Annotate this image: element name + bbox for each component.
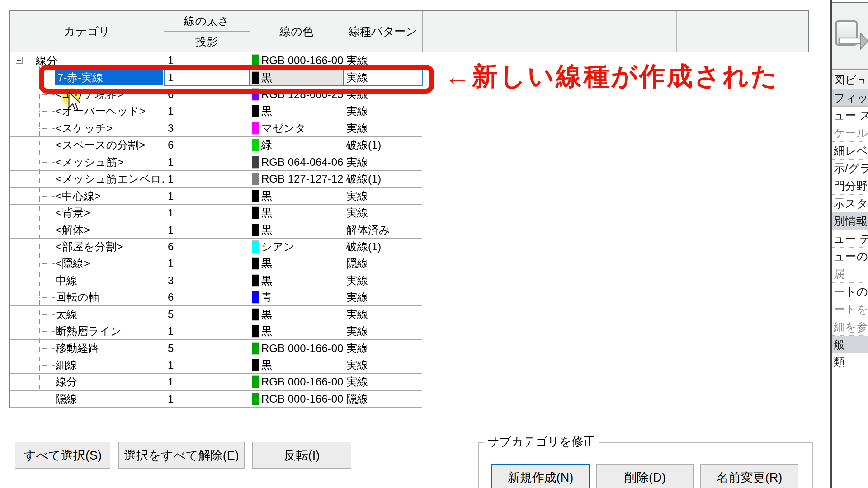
category-cell[interactable]: 線分 bbox=[10, 52, 164, 69]
line-pattern-cell[interactable]: 実線 bbox=[344, 154, 423, 170]
line-pattern-cell[interactable]: 実線 bbox=[344, 103, 423, 119]
category-cell[interactable]: <メッシュ筋エンベロ... bbox=[10, 171, 164, 187]
line-color-cell[interactable]: RGB 000-166-00 bbox=[250, 374, 344, 390]
table-row[interactable]: 移動経路5RGB 000-166-00実線 bbox=[10, 340, 422, 357]
table-row[interactable]: 線分1RGB 000-166-00実線 bbox=[10, 52, 422, 69]
line-weight-cell[interactable]: 5 bbox=[164, 306, 250, 322]
table-row[interactable]: <部屋を分割>6シアン破線(1) bbox=[10, 239, 422, 255]
palette-row[interactable]: 細を参 bbox=[832, 318, 868, 336]
category-cell[interactable]: 7-赤-実線 bbox=[10, 69, 164, 85]
palette-row[interactable]: 細レベル bbox=[832, 142, 868, 160]
palette-row[interactable]: 門分野 bbox=[832, 177, 868, 195]
line-weight-cell[interactable]: 1 bbox=[164, 188, 250, 204]
table-row[interactable]: 隠線1RGB 000-166-00隠線 bbox=[10, 391, 422, 408]
table-row[interactable]: <解体>1黒解体済み bbox=[10, 221, 422, 238]
line-color-cell[interactable]: 黒 bbox=[250, 69, 344, 85]
line-color-cell[interactable]: 黒 bbox=[250, 205, 344, 221]
category-cell[interactable]: 移動経路 bbox=[10, 340, 164, 356]
line-pattern-cell[interactable]: 実線 bbox=[344, 52, 423, 69]
line-pattern-cell[interactable]: 実線 bbox=[344, 306, 423, 322]
line-pattern-cell[interactable]: 実線 bbox=[344, 188, 423, 204]
deselect-all-button[interactable]: 選択をすべて解除(E) bbox=[118, 442, 245, 469]
line-color-cell[interactable]: RGB 064-064-06 bbox=[250, 154, 344, 170]
line-color-cell[interactable]: 黒 bbox=[250, 306, 344, 322]
line-weight-cell[interactable]: 1 bbox=[164, 255, 250, 272]
line-color-cell[interactable]: RGB 000-166-00 bbox=[250, 52, 344, 69]
line-color-cell[interactable]: 黒 bbox=[250, 255, 344, 272]
line-color-cell[interactable]: 黒 bbox=[250, 323, 344, 339]
palette-row[interactable]: ューの名 bbox=[832, 248, 868, 265]
table-row[interactable]: 中線3黒実線 bbox=[10, 272, 422, 289]
category-cell[interactable]: 隠線 bbox=[10, 391, 164, 407]
invert-selection-button[interactable]: 反転(I) bbox=[252, 442, 351, 469]
table-row[interactable]: <中心線>1黒実線 bbox=[10, 188, 422, 204]
new-subcategory-button[interactable]: 新規作成(N) bbox=[491, 464, 590, 488]
palette-row[interactable]: 示スタイ bbox=[832, 195, 868, 212]
line-color-cell[interactable]: 青 bbox=[250, 289, 344, 305]
line-color-cell[interactable]: 黒 bbox=[250, 103, 344, 119]
line-weight-cell[interactable]: 6 bbox=[164, 289, 250, 305]
line-color-cell[interactable]: RGB 128-000-25 bbox=[250, 86, 344, 103]
line-pattern-cell[interactable]: 実線 bbox=[344, 120, 423, 136]
delete-subcategory-button[interactable]: 削除(D) bbox=[596, 464, 694, 488]
line-color-cell[interactable]: 黒 bbox=[250, 357, 344, 373]
line-pattern-cell[interactable]: 実線 bbox=[344, 323, 423, 339]
category-cell[interactable]: 回転の軸 bbox=[10, 289, 164, 305]
export-sheet-icon[interactable] bbox=[835, 19, 868, 52]
line-weight-cell[interactable]: 6 bbox=[164, 137, 250, 153]
line-color-cell[interactable]: 黒 bbox=[250, 221, 344, 238]
line-weight-cell[interactable]: 1 bbox=[164, 103, 250, 119]
palette-row[interactable]: 示/グラ bbox=[832, 160, 868, 177]
line-pattern-cell[interactable]: 隠線 bbox=[344, 255, 423, 272]
category-cell[interactable]: <部屋を分割> bbox=[10, 239, 164, 255]
category-cell[interactable]: <解体> bbox=[10, 221, 164, 238]
category-cell[interactable]: <中心線> bbox=[10, 188, 164, 204]
category-cell[interactable]: <隠線> bbox=[10, 255, 164, 272]
line-weight-cell[interactable]: 1 bbox=[164, 221, 250, 238]
palette-row[interactable]: ケールの bbox=[832, 124, 868, 142]
table-row[interactable]: 細線1黒実線 bbox=[10, 357, 422, 374]
line-pattern-cell[interactable]: 実線 bbox=[344, 69, 423, 85]
line-pattern-cell[interactable]: 実線 bbox=[344, 357, 423, 373]
table-row[interactable]: <メッシュ筋エンベロ...1RGB 127-127-12破線(1) bbox=[10, 171, 422, 188]
line-weight-cell[interactable]: 6 bbox=[164, 239, 250, 255]
palette-row[interactable]: 類 bbox=[832, 353, 868, 371]
line-color-cell[interactable]: 緑 bbox=[250, 137, 344, 153]
category-cell[interactable]: <エリア境界> bbox=[10, 86, 164, 103]
category-cell[interactable]: 細線 bbox=[10, 357, 164, 373]
line-pattern-cell[interactable]: 破線(1) bbox=[344, 171, 423, 187]
category-cell[interactable]: <オーバーヘッド> bbox=[10, 103, 164, 119]
line-pattern-cell[interactable]: 実線 bbox=[344, 86, 423, 103]
line-pattern-cell[interactable]: 解体済み bbox=[344, 221, 423, 238]
category-cell[interactable]: <メッシュ筋> bbox=[10, 154, 164, 170]
line-weight-cell[interactable]: 6 bbox=[164, 86, 250, 103]
table-row[interactable]: <スケッチ>3マゼンタ実線 bbox=[10, 120, 422, 137]
line-color-cell[interactable]: シアン bbox=[250, 239, 344, 255]
table-row[interactable]: 回転の軸6青実線 bbox=[10, 289, 422, 306]
palette-row[interactable]: ュー スケ bbox=[832, 107, 868, 124]
table-row[interactable]: <スペースの分割>6緑破線(1) bbox=[10, 137, 422, 154]
palette-row[interactable]: フィックス bbox=[832, 89, 868, 107]
line-weight-cell[interactable]: 3 bbox=[164, 120, 250, 136]
category-cell[interactable]: <背景> bbox=[10, 205, 164, 221]
line-pattern-cell[interactable]: 破線(1) bbox=[344, 137, 423, 153]
table-row[interactable]: 断熱層ライン1黒実線 bbox=[10, 323, 422, 340]
category-cell[interactable]: <スケッチ> bbox=[10, 120, 164, 136]
line-weight-cell[interactable]: 1 bbox=[164, 205, 250, 221]
rename-subcategory-button[interactable]: 名前変更(R) bbox=[700, 464, 798, 488]
line-weight-cell[interactable]: 1 bbox=[164, 374, 250, 390]
line-color-cell[interactable]: RGB 127-127-12 bbox=[250, 171, 344, 187]
palette-row[interactable]: 般 bbox=[832, 336, 868, 353]
line-color-cell[interactable]: 黒 bbox=[250, 188, 344, 204]
line-pattern-cell[interactable]: 実線 bbox=[344, 289, 423, 305]
category-cell[interactable]: 太線 bbox=[10, 306, 164, 322]
line-weight-cell[interactable]: 1 bbox=[164, 323, 250, 339]
line-weight-cell[interactable]: 3 bbox=[164, 272, 250, 289]
line-pattern-cell[interactable]: 実線 bbox=[344, 374, 423, 390]
palette-row[interactable]: ートを参 bbox=[832, 300, 868, 318]
table-row[interactable]: <メッシュ筋>1RGB 064-064-06実線 bbox=[10, 154, 422, 171]
palette-row[interactable]: 別情報 bbox=[832, 212, 868, 230]
category-cell[interactable]: <スペースの分割> bbox=[10, 137, 164, 153]
line-weight-cell[interactable]: 1 bbox=[164, 171, 250, 187]
line-color-cell[interactable]: RGB 000-166-00 bbox=[250, 391, 344, 407]
